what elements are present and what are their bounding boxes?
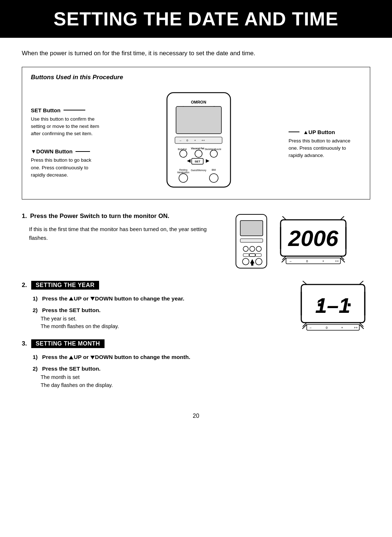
up-button-label-group: ▲UP Button Press this button to advance … — [289, 129, 361, 160]
svg-point-26 — [179, 174, 188, 182]
svg-point-31 — [243, 246, 248, 251]
svg-text:–: – — [310, 326, 311, 330]
svg-text:+: + — [341, 326, 343, 330]
svg-text:++: ++ — [201, 139, 205, 142]
setting-month-section: 3. SETTING THE MONTH 1) Press the UP or … — [22, 339, 290, 389]
svg-rect-64 — [318, 303, 321, 306]
triangle-down-icon — [90, 297, 95, 300]
setting-year-section: 2. SETTING THE YEAR 1) Press the UP or D… — [22, 281, 290, 331]
svg-point-15 — [180, 150, 187, 157]
setting-month-num: 3. — [22, 340, 27, 347]
lcd-month-svg: 1–1 – 0 + ++ — [298, 281, 370, 337]
month-substep-1: 1) Press the UP or DOWN button to change… — [33, 354, 290, 360]
month-sub2-desc1: The month is set — [41, 374, 290, 381]
svg-text:BMI: BMI — [212, 169, 216, 171]
svg-rect-66 — [307, 324, 359, 330]
svg-text:++: ++ — [354, 326, 358, 330]
setting-year-substeps: 1) Press the UP or DOWN button to change… — [33, 295, 290, 331]
triangle-up-icon — [69, 297, 73, 300]
step-1-section: 1. Press the Power Switch to turn the mo… — [22, 213, 370, 271]
set-button-desc: Use this button to confirm the setting o… — [31, 116, 102, 138]
svg-text:OMRON: OMRON — [191, 100, 206, 104]
svg-text:+: + — [194, 139, 196, 142]
svg-rect-7 — [175, 137, 222, 144]
triangle-down-icon-2 — [90, 356, 95, 359]
buttons-used-box: Buttons Used in this Procedure SET Butto… — [22, 67, 370, 199]
set-button-label-group: SET Button Use this button to confirm th… — [31, 107, 111, 138]
up-button-desc: Press this button to advance one. Press … — [289, 137, 359, 160]
month-sub2-num: 2) — [33, 366, 38, 372]
year-sub2-desc2: The month flashes on the display. — [41, 323, 290, 331]
setting-month-substeps: 1) Press the UP or DOWN button to change… — [33, 354, 290, 389]
month-sub2-title: Press the SET button. — [42, 366, 101, 372]
svg-rect-49 — [286, 258, 340, 264]
down-button-label-group: ▼DOWN Button Press this button to go bac… — [31, 148, 111, 179]
setting-month-title: SETTING THE MONTH — [31, 339, 104, 348]
svg-text:0: 0 — [187, 139, 188, 142]
connector-line-set — [64, 110, 85, 110]
lcd-month-image: 1–1 – 0 + ++ — [298, 281, 370, 337]
year-sub2-desc1: The year is set. — [41, 315, 290, 323]
svg-rect-6 — [176, 106, 221, 134]
year-sub2-title: Press the SET button. — [42, 307, 101, 313]
svg-point-27 — [209, 174, 218, 182]
page-title: SETTING THE DATE AND TIME — [0, 0, 392, 38]
svg-point-17 — [210, 150, 217, 157]
right-labels: ▲UP Button Press this button to advance … — [289, 85, 361, 167]
year-substep-2: 2) Press the SET button. The year is set… — [33, 307, 290, 331]
page-number: 20 — [22, 413, 370, 419]
svg-point-37 — [242, 258, 249, 265]
lcd-year-svg: 2006 – 0 + ++ — [279, 216, 348, 267]
year-substep-1: 1) Press the UP or DOWN button to change… — [33, 295, 290, 302]
svg-rect-40 — [251, 263, 253, 266]
svg-rect-35 — [249, 254, 255, 257]
year-sub1-num: 1) — [33, 295, 38, 302]
triangle-up-icon-2 — [69, 356, 73, 359]
up-button-label-text: ▲UP Button — [303, 129, 335, 135]
setting-year-num: 2. — [22, 282, 27, 289]
svg-text:+: + — [322, 259, 324, 263]
down-button-desc: Press this button to go back one. Press … — [31, 157, 102, 179]
buttons-box-title: Buttons Used in this Procedure — [31, 74, 361, 81]
svg-rect-65 — [348, 303, 351, 306]
svg-text:–: – — [180, 139, 181, 142]
connector-line-up — [289, 132, 299, 132]
svg-text:2006: 2006 — [288, 226, 338, 251]
svg-rect-29 — [240, 221, 263, 236]
svg-text:0: 0 — [326, 326, 327, 330]
svg-rect-36 — [256, 254, 261, 257]
svg-rect-30 — [240, 239, 263, 242]
lower-sections: 2. SETTING THE YEAR 1) Press the UP or D… — [22, 281, 370, 398]
device-diagram: OMRON 1 2 3 4 – 0 + ++ BodyFat Vis — [111, 85, 289, 193]
month-sub1-title: Press the UP or DOWN button to change th… — [42, 354, 190, 360]
svg-text:Visceral Fat: Visceral Fat — [191, 147, 204, 150]
svg-text:0: 0 — [306, 259, 308, 263]
svg-text:Guest/Memory: Guest/Memory — [191, 169, 207, 172]
step-1-images: 2006 – 0 + ++ — [232, 213, 370, 271]
svg-rect-34 — [243, 254, 249, 257]
svg-text:++: ++ — [335, 259, 339, 263]
month-sub2-desc2: The day flashes on the display. — [41, 381, 290, 389]
year-sub2-num: 2) — [33, 307, 38, 313]
year-sub1-title: Press the UP or DOWN button to change th… — [42, 295, 184, 302]
month-substep-2: 2) Press the SET button. The month is se… — [33, 366, 290, 389]
connector-line-down — [75, 151, 90, 152]
intro-text: When the power is turned on for the firs… — [22, 49, 370, 58]
device-svg: OMRON 1 2 3 4 – 0 + ++ BodyFat Vis — [145, 89, 254, 193]
lower-text-area: 2. SETTING THE YEAR 1) Press the UP or D… — [22, 281, 290, 398]
left-labels: SET Button Use this button to confirm th… — [31, 85, 111, 179]
step-1-desc: If this is the first time that the monit… — [29, 225, 221, 242]
svg-point-32 — [250, 246, 255, 251]
setting-year-title: SETTING THE YEAR — [31, 281, 99, 290]
month-sub1-num: 1) — [33, 354, 38, 360]
svg-text:–: – — [290, 259, 291, 263]
svg-point-16 — [195, 150, 202, 157]
svg-point-33 — [256, 246, 261, 251]
svg-point-38 — [256, 258, 262, 265]
set-button-label: SET Button — [31, 107, 61, 113]
down-button-label-text: ▼DOWN Button — [31, 148, 73, 154]
step-1-title: 1. Press the Power Switch to turn the mo… — [22, 213, 221, 220]
svg-text:SET: SET — [195, 160, 200, 163]
small-device-svg — [232, 213, 272, 271]
svg-text:Metabolism: Metabolism — [177, 171, 189, 174]
